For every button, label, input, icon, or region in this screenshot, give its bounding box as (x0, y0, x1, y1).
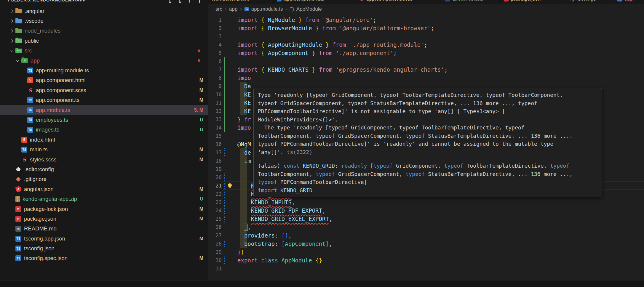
code-token (237, 207, 251, 214)
lightbulb-icon[interactable] (228, 183, 232, 187)
line-number: 22 (208, 190, 222, 198)
chevron-down-icon[interactable] (10, 49, 13, 52)
tree-item-main.ts[interactable]: TSmain.tsM (0, 145, 208, 154)
chevron-right-icon[interactable] (10, 9, 13, 13)
tree-item-.vscode[interactable]: .vscode (0, 16, 208, 26)
code-token (322, 41, 325, 48)
error-dot-badge (198, 59, 200, 62)
code-token: ; (373, 17, 376, 23)
tree-item-README.md[interactable]: M↓README.md (0, 224, 208, 234)
code-token: KE (244, 100, 251, 106)
tree-item-.editorconfig[interactable]: .editorconfig (0, 164, 208, 174)
code-line-6[interactable]: 6 (208, 57, 644, 65)
code-token (237, 191, 251, 197)
code-line-30[interactable]: 30export class AppModule {} (208, 256, 644, 264)
code-line-31[interactable]: 31 (208, 264, 644, 273)
tree-item-angular.json[interactable]: Aangular.jsonM (0, 184, 208, 194)
code-line-8[interactable]: 8impo (208, 74, 644, 82)
tree-item-app.module.ts[interactable]: TSapp.module.ts5, M (0, 105, 208, 115)
tree-item-node_modules[interactable]: node_modules (0, 26, 208, 36)
dirty-dot-icon[interactable] (326, 0, 329, 0)
tree-item-label: package.json (24, 216, 56, 222)
tree-item-app.component.ts[interactable]: TSapp.component.tsM (0, 95, 208, 105)
code-line-4[interactable]: 4import { AppRoutingModule } from './app… (208, 41, 644, 49)
code-line-29[interactable]: 29}) (208, 248, 644, 256)
tree-item-label: tsconfig.spec.json (24, 255, 68, 262)
tree-item-.gitignore[interactable]: .gitignore (0, 174, 208, 184)
tab-Settings[interactable]: Settings (567, 0, 614, 4)
code-token: { (261, 25, 264, 31)
breadcrumb-item-app[interactable]: app (229, 6, 237, 12)
tree-item-tsconfig.spec.json[interactable]: TStsconfig.spec.jsonM (0, 254, 208, 263)
code-token (258, 25, 261, 31)
tree-item-package-lock.json[interactable]: npackage-lock.jsonM (0, 204, 208, 214)
git-added-gutter (224, 74, 225, 82)
dirty-dot-icon[interactable] (543, 0, 546, 0)
line-number: 20 (208, 173, 222, 182)
tab-app[interactable]: TSapp (614, 0, 644, 4)
tree-item-package.json[interactable]: npackage.jsonM (0, 214, 208, 224)
tree-item-public[interactable]: ∴public (0, 36, 208, 46)
code-line-23[interactable]: 23 KENDO_INPUTS, (208, 198, 644, 206)
tree-item-images.ts[interactable]: TSimages.tsU (0, 125, 208, 135)
code-line-1[interactable]: 1import { NgModule } from '@angular/core… (208, 16, 644, 24)
chevron-right-icon[interactable] (10, 19, 13, 23)
tree-item-label: package-lock.json (24, 206, 68, 212)
tree-item-employees.ts[interactable]: TSemployees.tsU (0, 115, 208, 125)
code-token: ; (424, 41, 427, 48)
code-token: AppRoutingModule (268, 41, 322, 48)
code-line-7[interactable]: 7import { KENDO_CHARTS } from '@progress… (208, 65, 644, 74)
chevron-right-icon[interactable] (10, 29, 13, 33)
refresh-explorer-icon[interactable] (189, 0, 194, 3)
code-token (329, 41, 332, 48)
tree-item-.angular[interactable]: .angular (0, 6, 208, 16)
code-token: im (244, 158, 251, 164)
code-line-2[interactable]: 2import { BrowserModule } from '@angular… (208, 24, 644, 32)
tab-.component.html[interactable]: .component.html (208, 0, 273, 4)
tree-item-app.component.scss[interactable]: Sapp.component.scssM (0, 85, 208, 95)
hover-line: typeof PDFCommandToolbarDirective] (258, 178, 598, 186)
tab-package.json[interactable]: npackage.json (500, 0, 567, 4)
tree-item-src[interactable]: </>src (0, 46, 208, 56)
tree-item-styles.scss[interactable]: Sstyles.scssM (0, 155, 208, 164)
code-token: StatusBarTemplateDirective, ... (425, 171, 531, 177)
tab-app.component.scss[interactable]: Sapp.component.scss (356, 0, 442, 4)
line-number: 13 (208, 115, 222, 124)
line-number: 9 (208, 82, 222, 90)
line-number: 5 (208, 49, 222, 57)
code-token: typeof (444, 163, 464, 169)
breadcrumb-item-app.module.ts[interactable]: app.module.ts (251, 6, 283, 12)
breadcrumb-item-src[interactable]: src (215, 6, 222, 12)
code-token (295, 17, 298, 23)
chevron-down-icon[interactable] (16, 58, 19, 62)
tree-item-label: styles.scss (30, 156, 56, 163)
code-line-24[interactable]: 24 KENDO_GRID_PDF_EXPORT, (208, 206, 644, 215)
tree-item-tsconfig.json[interactable]: TStsconfig.json (0, 243, 208, 253)
tree-item-app.component.html[interactable]: 5app.component.htmlM (0, 76, 208, 85)
tab-directives.d.ts[interactable]: TSdirectives.d.ts (442, 0, 500, 4)
tree-item-tsconfig.app.json[interactable]: TStsconfig.app.jsonM (0, 234, 208, 243)
tab-app.component.ts[interactable]: TSapp.component.ts (273, 0, 356, 4)
dirty-dot-icon[interactable] (251, 0, 254, 0)
code-token: const (284, 163, 300, 169)
code-line-27[interactable]: 27 providers: [], (208, 231, 644, 240)
code-line-5[interactable]: 5import { AppComponent } from './app.com… (208, 49, 644, 57)
breadcrumb-item-AppModule[interactable]: AppModule (296, 6, 322, 12)
code-line-26[interactable]: 26 ], (208, 223, 644, 231)
tree-item-kendo-angular-app.zip[interactable]: kendo-angular-app.zipU (0, 194, 208, 204)
code-token: typeof (258, 179, 277, 185)
code-line-3[interactable]: 3 (208, 32, 644, 41)
tree-item-app[interactable]: ⚙app (0, 56, 208, 65)
new-folder-icon[interactable] (179, 0, 184, 3)
ts-icon: TS (245, 7, 249, 11)
new-file-icon[interactable] (169, 0, 174, 3)
chevron-right-icon[interactable] (10, 39, 13, 42)
code-line-28[interactable]: 28 bootstrap: [AppComponent], (208, 240, 644, 248)
collapse-folders-icon[interactable] (199, 0, 204, 3)
code-line-25[interactable]: 25 KENDO_GRID_EXCEL_EXPORT, (208, 215, 644, 223)
code-editor[interactable]: 1import { NgModule } from '@angular/core… (208, 14, 644, 287)
dirty-dot-icon[interactable] (415, 0, 418, 0)
tree-item-index.html[interactable]: 5index.html (0, 135, 208, 145)
tree-item-app-routing.module.ts[interactable]: TSapp-routing.module.ts (0, 65, 208, 75)
tab-label: app.component.ts (284, 0, 324, 2)
